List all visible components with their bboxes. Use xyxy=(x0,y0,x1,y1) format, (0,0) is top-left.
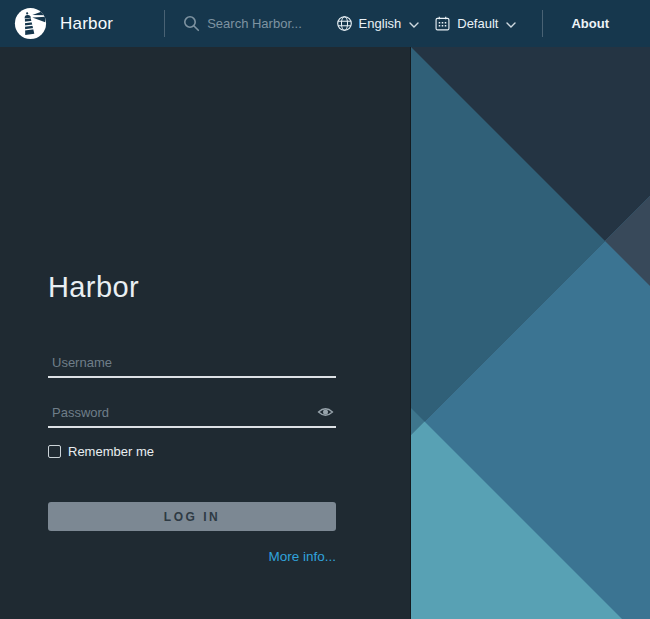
about-link[interactable]: About xyxy=(571,16,609,31)
username-field-wrap xyxy=(48,353,336,378)
remember-me-row: Remember me xyxy=(48,444,154,459)
password-input[interactable] xyxy=(48,403,336,428)
triangle-art xyxy=(411,47,650,619)
login-form: Harbor Remember me LOG IN More info... xyxy=(48,47,336,619)
search-input[interactable] xyxy=(205,15,329,32)
harbor-login-page: Harbor English xyxy=(0,0,650,619)
username-input[interactable] xyxy=(48,353,336,378)
show-password-button[interactable] xyxy=(317,405,334,419)
password-field-wrap xyxy=(48,403,336,428)
background-artwork xyxy=(410,47,650,619)
language-dropdown[interactable]: English xyxy=(336,15,420,32)
language-label: English xyxy=(359,16,402,31)
chevron-down-icon xyxy=(409,22,419,28)
login-title: Harbor xyxy=(48,271,139,304)
login-body: Harbor Remember me LOG IN More info... xyxy=(0,47,650,619)
harbor-brand-link[interactable]: Harbor xyxy=(0,7,113,40)
header-divider xyxy=(542,10,543,37)
remember-me-label: Remember me xyxy=(68,444,154,459)
harbor-lighthouse-logo xyxy=(14,7,47,40)
header-divider xyxy=(164,10,165,37)
search-icon xyxy=(183,15,200,32)
globe-icon xyxy=(336,15,353,32)
more-info-link[interactable]: More info... xyxy=(268,549,336,564)
header-bar: Harbor English xyxy=(0,0,650,47)
eye-icon xyxy=(317,405,334,419)
log-in-button[interactable]: LOG IN xyxy=(48,502,336,531)
theme-dropdown[interactable]: Default xyxy=(434,15,516,32)
brand-title: Harbor xyxy=(60,14,113,34)
header-search xyxy=(183,15,329,32)
remember-me-checkbox[interactable] xyxy=(48,445,61,458)
chevron-down-icon xyxy=(506,22,516,28)
grid-icon xyxy=(434,15,451,32)
theme-label: Default xyxy=(457,16,498,31)
